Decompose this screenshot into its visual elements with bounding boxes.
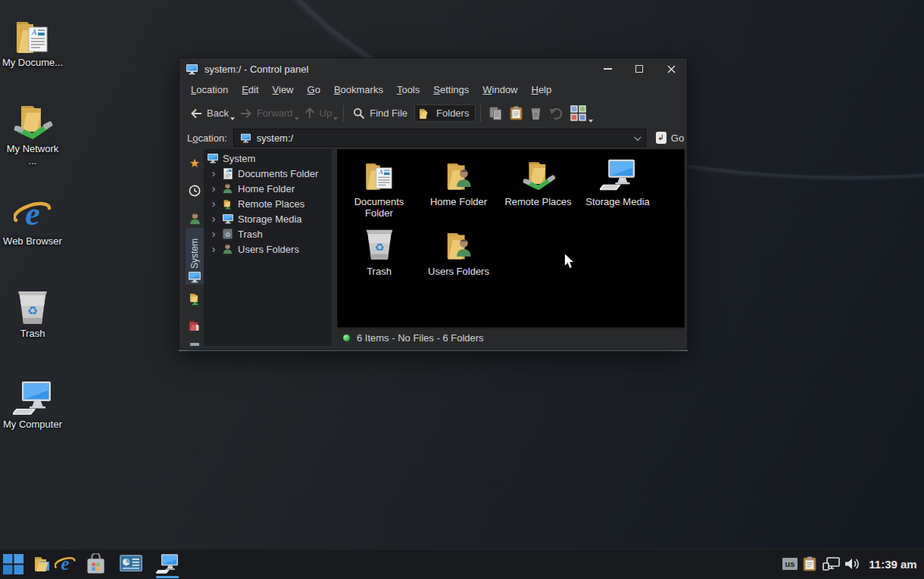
tree-item-users-folders[interactable]: › Users Folders bbox=[204, 241, 332, 257]
file-item-home-folder[interactable]: Home Folder bbox=[419, 155, 498, 225]
desktop-icon-label: My Computer bbox=[2, 419, 64, 431]
svg-text:A: A bbox=[378, 168, 383, 176]
file-item-label: Documents Folder bbox=[339, 196, 419, 219]
tray-volume[interactable] bbox=[842, 549, 862, 579]
copy-button[interactable] bbox=[485, 104, 506, 123]
tray-display[interactable] bbox=[821, 549, 842, 579]
expander-icon[interactable]: › bbox=[210, 215, 217, 223]
folders-toggle-button[interactable]: Folders bbox=[414, 104, 476, 122]
trash-icon: ♻ bbox=[221, 229, 234, 239]
trash-icon: ♻ bbox=[530, 107, 542, 120]
file-item-label: Trash bbox=[339, 266, 419, 277]
tab-home[interactable] bbox=[186, 213, 204, 225]
taskbar-file-manager-button[interactable] bbox=[30, 549, 55, 579]
taskbar-control-panel-button[interactable] bbox=[117, 549, 145, 579]
location-value[interactable]: system:/ bbox=[257, 132, 293, 144]
expander-icon[interactable]: › bbox=[210, 185, 217, 192]
tray-clock[interactable]: 11:39 am bbox=[863, 549, 922, 579]
expander-icon[interactable]: › bbox=[210, 230, 217, 238]
tree-item-trash[interactable]: › ♻ Trash bbox=[204, 226, 332, 241]
view-dropdown-caret[interactable] bbox=[588, 120, 593, 123]
tab-network[interactable] bbox=[186, 292, 204, 305]
tree-item-documents-folder[interactable]: › A Documents Folder bbox=[204, 166, 332, 181]
icon-view-button[interactable] bbox=[567, 102, 590, 124]
keyboard-layout-badge: us bbox=[782, 558, 798, 570]
desktop-icon-web-browser[interactable]: e Web Browser bbox=[2, 195, 64, 247]
store-bag-icon bbox=[86, 553, 106, 574]
taskbar-store-button[interactable] bbox=[83, 549, 108, 579]
tree-item-home-folder[interactable]: › Home Folder bbox=[204, 181, 332, 196]
folder-content-view[interactable]: A Documents Folder bbox=[337, 149, 685, 328]
home-folder-icon bbox=[419, 155, 498, 191]
menu-location[interactable]: Location bbox=[186, 82, 233, 98]
desktop-icon-my-documents[interactable]: A My Docume... bbox=[2, 17, 64, 69]
trash-can-icon: ♻ bbox=[2, 288, 64, 325]
storage-media-icon bbox=[578, 155, 657, 191]
forward-button[interactable]: Forward bbox=[236, 104, 300, 122]
taskbar-my-computer-button-active[interactable] bbox=[154, 549, 181, 579]
svg-text:♻: ♻ bbox=[374, 241, 384, 254]
maximize-button[interactable] bbox=[623, 58, 655, 79]
file-item-trash[interactable]: ♻ Trash bbox=[339, 225, 419, 294]
trash-can-icon: ♻ bbox=[339, 225, 419, 261]
tree-item-remote-places[interactable]: › Remote Places bbox=[204, 196, 332, 211]
menu-settings[interactable]: Settings bbox=[428, 82, 474, 98]
menu-help[interactable]: Help bbox=[526, 82, 557, 98]
up-button[interactable]: Up bbox=[300, 104, 339, 122]
desktop-icon-my-computer[interactable]: My Computer bbox=[2, 378, 64, 431]
tree-item-storage-media[interactable]: › Storage Media bbox=[204, 211, 332, 226]
undo-button[interactable] bbox=[545, 104, 567, 123]
window-titlebar[interactable]: system:/ - Control panel bbox=[179, 58, 687, 79]
file-item-documents-folder[interactable]: A Documents Folder bbox=[339, 155, 419, 225]
toolbar: Back Forward Up Find File bbox=[179, 100, 687, 126]
status-led-icon bbox=[343, 335, 350, 341]
minimize-button[interactable] bbox=[592, 58, 623, 79]
clock-icon bbox=[189, 185, 201, 197]
tray-clipboard[interactable] bbox=[800, 549, 819, 579]
file-item-storage-media[interactable]: Storage Media bbox=[578, 155, 657, 225]
tray-keyboard-layout[interactable]: us bbox=[780, 549, 800, 579]
forward-dropdown-caret[interactable] bbox=[295, 117, 299, 120]
menu-tools[interactable]: Tools bbox=[392, 82, 425, 98]
back-arrow-icon bbox=[190, 108, 202, 119]
svg-text:e: e bbox=[25, 195, 40, 232]
menu-go[interactable]: Go bbox=[302, 82, 326, 98]
svg-text:♻: ♻ bbox=[27, 304, 38, 318]
taskbar-browser-button[interactable]: e bbox=[53, 549, 77, 579]
up-dropdown-caret[interactable] bbox=[333, 117, 338, 120]
file-item-label: Remote Places bbox=[498, 196, 578, 207]
menu-bookmarks[interactable]: Bookmarks bbox=[329, 82, 389, 98]
menu-edit[interactable]: Edit bbox=[236, 82, 264, 98]
expander-icon[interactable]: › bbox=[210, 170, 217, 177]
menu-window[interactable]: Window bbox=[477, 82, 523, 98]
desktop-icon-my-network[interactable]: My Network ... bbox=[2, 103, 64, 167]
tab-partial[interactable] bbox=[186, 343, 204, 346]
delete-button[interactable]: ♻ bbox=[526, 104, 545, 123]
svg-text:A: A bbox=[225, 169, 229, 173]
tab-system-active[interactable]: System bbox=[186, 228, 204, 285]
tab-history[interactable] bbox=[186, 185, 204, 197]
file-item-remote-places[interactable]: Remote Places bbox=[498, 155, 578, 225]
desktop-icon-trash[interactable]: ♻ Trash bbox=[2, 288, 64, 340]
menu-view[interactable]: View bbox=[267, 82, 299, 98]
expander-icon[interactable]: › bbox=[210, 200, 217, 207]
start-button[interactable] bbox=[0, 549, 26, 579]
back-dropdown-caret[interactable] bbox=[230, 117, 235, 120]
back-button[interactable]: Back bbox=[186, 104, 236, 122]
go-button[interactable]: ↲ Go bbox=[652, 129, 688, 146]
chevron-down-icon[interactable] bbox=[634, 133, 641, 141]
tab-root-folder[interactable] bbox=[186, 319, 204, 332]
desktop-icon-label: Trash bbox=[2, 328, 64, 340]
users-folders-icon bbox=[419, 225, 498, 261]
person-icon bbox=[221, 244, 234, 254]
paste-button[interactable] bbox=[506, 103, 526, 123]
tree-item-system[interactable]: System bbox=[204, 151, 332, 166]
find-file-button[interactable]: Find File bbox=[348, 104, 414, 123]
desktop-icon-label: Web Browser bbox=[2, 235, 64, 247]
location-combobox[interactable]: system:/ bbox=[233, 129, 646, 147]
file-item-users-folders[interactable]: Users Folders bbox=[419, 225, 498, 294]
monitor-icon bbox=[206, 153, 219, 163]
expander-icon[interactable]: › bbox=[210, 245, 217, 253]
tab-bookmarks[interactable]: ★ bbox=[186, 157, 204, 170]
close-button[interactable] bbox=[655, 58, 687, 79]
